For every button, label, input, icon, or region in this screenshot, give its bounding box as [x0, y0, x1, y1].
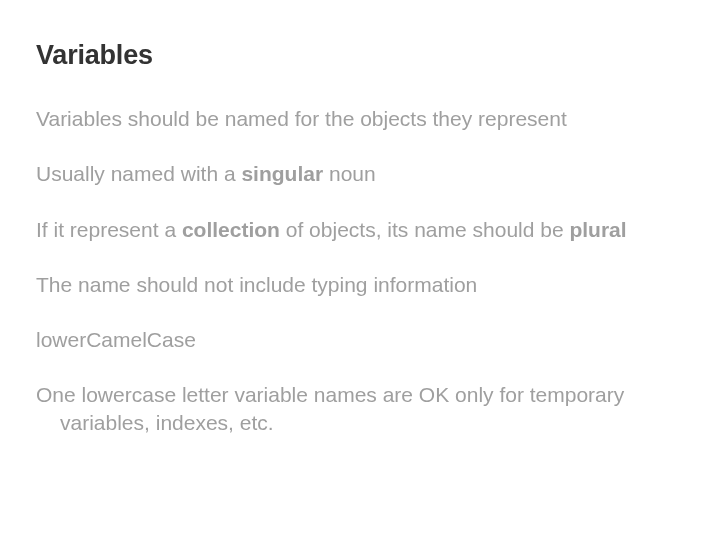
bullet-strong-text: singular [241, 162, 323, 185]
bullet-text: noun [323, 162, 376, 185]
bullet-text: lowerCamelCase [36, 328, 196, 351]
slide-body: Variables should be named for the object… [36, 105, 684, 436]
bullet-text: of objects, its name should be [280, 218, 570, 241]
bullet-item: lowerCamelCase [36, 326, 684, 353]
bullet-strong-text: collection [182, 218, 280, 241]
slide: Variables Variables should be named for … [0, 0, 720, 540]
bullet-item: One lowercase letter variable names are … [36, 381, 684, 436]
bullet-item: Variables should be named for the object… [36, 105, 684, 132]
bullet-text: One lowercase letter variable names are … [36, 383, 624, 433]
bullet-text: The name should not include typing infor… [36, 273, 477, 296]
slide-title: Variables [36, 40, 684, 71]
bullet-text: Variables should be named for the object… [36, 107, 567, 130]
bullet-strong-text: plural [569, 218, 626, 241]
bullet-item: If it represent a collection of objects,… [36, 216, 684, 243]
bullet-item: Usually named with a singular noun [36, 160, 684, 187]
bullet-item: The name should not include typing infor… [36, 271, 684, 298]
bullet-text: Usually named with a [36, 162, 241, 185]
bullet-text: If it represent a [36, 218, 182, 241]
